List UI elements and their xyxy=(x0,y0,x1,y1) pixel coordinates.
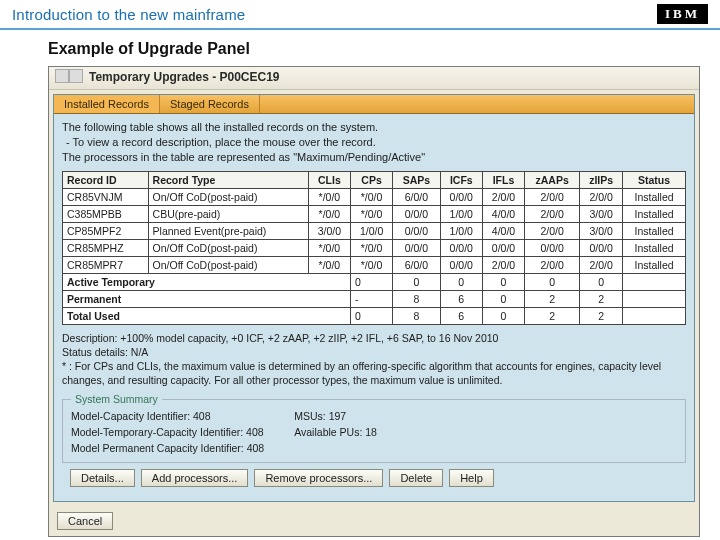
table-cell: 2/0/0 xyxy=(482,256,524,273)
intro-line: The following table shows all the instal… xyxy=(62,120,686,135)
summary-label: Permanent xyxy=(63,290,351,307)
summary-cell xyxy=(623,307,686,324)
summary-cell: 0 xyxy=(440,273,482,290)
details-button[interactable]: Details... xyxy=(70,469,135,487)
cancel-row: Cancel xyxy=(49,506,699,536)
table-row[interactable]: CR85MPR7On/Off CoD(post-paid)*/0/0*/0/06… xyxy=(63,256,686,273)
summary-row: Active Temporary000000 xyxy=(63,273,686,290)
table-row[interactable]: CR85VNJMOn/Off CoD(post-paid)*/0/0*/0/06… xyxy=(63,188,686,205)
intro-line: The processors in the table are represen… xyxy=(62,150,686,165)
desc-line: Description: +100% model capacity, +0 IC… xyxy=(62,331,686,345)
summary-cell: 0 xyxy=(350,307,392,324)
summary-cell: 6 xyxy=(440,307,482,324)
desc-line: Status details: N/A xyxy=(62,345,686,359)
system-summary-right: MSUs: 197 Available PUs: 18 xyxy=(294,409,377,456)
table-row[interactable]: CP85MPF2Planned Event(pre-paid)3/0/01/0/… xyxy=(63,222,686,239)
table-cell: On/Off CoD(post-paid) xyxy=(148,188,308,205)
table-cell: 6/0/0 xyxy=(393,256,441,273)
table-cell: 6/0/0 xyxy=(393,188,441,205)
col-header: zIIPs xyxy=(580,171,623,188)
table-cell: 3/0/0 xyxy=(580,222,623,239)
table-cell: 3/0/0 xyxy=(308,222,350,239)
table-row[interactable]: C385MPBBCBU(pre-paid)*/0/0*/0/00/0/01/0/… xyxy=(63,205,686,222)
table-row[interactable]: CR85MPHZOn/Off CoD(post-paid)*/0/0*/0/00… xyxy=(63,239,686,256)
system-summary-legend: System Summary xyxy=(71,393,162,405)
add-processors-button[interactable]: Add processors... xyxy=(141,469,249,487)
summary-label: Active Temporary xyxy=(63,273,351,290)
col-header: Record ID xyxy=(63,171,149,188)
records-panel: Installed Records Staged Records The fol… xyxy=(53,94,695,502)
topbar-title: Introduction to the new mainframe xyxy=(12,6,245,23)
summary-cell: 8 xyxy=(393,307,441,324)
table-cell: */0/0 xyxy=(308,239,350,256)
intro-text: The following table shows all the instal… xyxy=(62,120,686,165)
summary-cell: 0 xyxy=(393,273,441,290)
table-cell: CR85MPR7 xyxy=(63,256,149,273)
tabs: Installed Records Staged Records xyxy=(54,95,694,114)
table-header-row: Record ID Record Type CLIs CPs SAPs ICFs… xyxy=(63,171,686,188)
page-title: Example of Upgrade Panel xyxy=(0,30,720,66)
table-cell: */0/0 xyxy=(350,239,392,256)
table-cell: */0/0 xyxy=(350,205,392,222)
summary-cell xyxy=(623,290,686,307)
win-icon xyxy=(69,69,83,83)
table-cell: */0/0 xyxy=(308,188,350,205)
sys-label: MSUs: xyxy=(294,410,326,422)
table-cell: 0/0/0 xyxy=(525,239,580,256)
tab-staged-records[interactable]: Staged Records xyxy=(160,95,260,113)
table-cell: */0/0 xyxy=(350,256,392,273)
summary-cell: 6 xyxy=(440,290,482,307)
summary-row: Permanent-86022 xyxy=(63,290,686,307)
window-title: Temporary Upgrades - P00CEC19 xyxy=(89,70,280,84)
table-cell: 0/0/0 xyxy=(482,239,524,256)
remove-processors-button[interactable]: Remove processors... xyxy=(254,469,383,487)
col-header: CLIs xyxy=(308,171,350,188)
summary-cell: 0 xyxy=(350,273,392,290)
summary-cell: 8 xyxy=(393,290,441,307)
col-header: CPs xyxy=(350,171,392,188)
table-cell: */0/0 xyxy=(350,188,392,205)
col-header: ICFs xyxy=(440,171,482,188)
top-bar: Introduction to the new mainframe IBM xyxy=(0,0,720,30)
summary-cell: 2 xyxy=(580,307,623,324)
sys-value: 408 xyxy=(246,426,264,438)
summary-label: Total Used xyxy=(63,307,351,324)
table-cell: Installed xyxy=(623,188,686,205)
cancel-button[interactable]: Cancel xyxy=(57,512,113,530)
delete-button[interactable]: Delete xyxy=(389,469,443,487)
table-cell: On/Off CoD(post-paid) xyxy=(148,256,308,273)
intro-line: - To view a record description, place th… xyxy=(62,135,686,150)
table-cell: 2/0/0 xyxy=(525,188,580,205)
col-header: IFLs xyxy=(482,171,524,188)
system-summary-left: Model-Capacity Identifier: 408 Model-Tem… xyxy=(71,409,264,456)
tab-installed-records[interactable]: Installed Records xyxy=(54,95,160,113)
help-button[interactable]: Help xyxy=(449,469,494,487)
table-cell: CR85MPHZ xyxy=(63,239,149,256)
table-cell: 1/0/0 xyxy=(440,222,482,239)
panel-body: The following table shows all the instal… xyxy=(54,114,694,501)
sys-label: Model Permanent Capacity Identifier: xyxy=(71,442,244,454)
summary-cell: 0 xyxy=(482,273,524,290)
table-cell: CBU(pre-paid) xyxy=(148,205,308,222)
table-cell: 2/0/0 xyxy=(525,256,580,273)
summary-cell: 2 xyxy=(580,290,623,307)
table-cell: 0/0/0 xyxy=(440,188,482,205)
desc-line: * : For CPs and CLIs, the maximum value … xyxy=(62,359,686,387)
table-cell: 1/0/0 xyxy=(440,205,482,222)
table-cell: 0/0/0 xyxy=(393,239,441,256)
summary-cell: 0 xyxy=(482,307,524,324)
table-cell: 2/0/0 xyxy=(580,188,623,205)
table-cell: Installed xyxy=(623,239,686,256)
table-cell: 4/0/0 xyxy=(482,222,524,239)
table-cell: Installed xyxy=(623,222,686,239)
sys-label: Model-Capacity Identifier: xyxy=(71,410,190,422)
table-cell: Installed xyxy=(623,205,686,222)
ibm-logo: IBM xyxy=(657,4,708,24)
table-cell: 0/0/0 xyxy=(580,239,623,256)
action-button-row: Details... Add processors... Remove proc… xyxy=(62,463,686,493)
summary-cell: 0 xyxy=(525,273,580,290)
records-table: Record ID Record Type CLIs CPs SAPs ICFs… xyxy=(62,171,686,325)
table-cell: */0/0 xyxy=(308,256,350,273)
win-icon xyxy=(55,69,69,83)
col-header: zAAPs xyxy=(525,171,580,188)
